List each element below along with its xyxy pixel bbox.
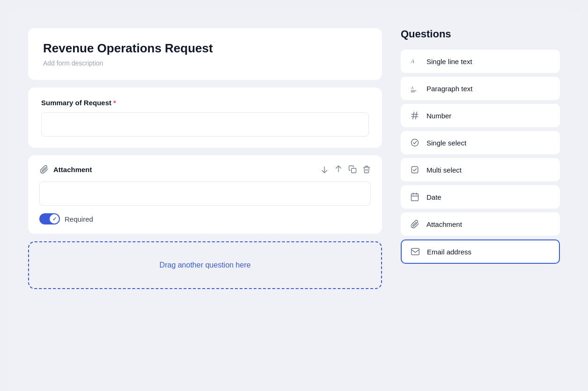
duplicate-button[interactable]	[348, 165, 357, 174]
question-item-paragraph-text[interactable]: A Paragraph text	[401, 77, 560, 100]
paperclip-icon	[39, 165, 49, 174]
date-icon	[410, 192, 420, 202]
single-line-icon: A	[410, 57, 420, 66]
svg-rect-8	[412, 248, 419, 254]
toggle-knob: ✓	[50, 214, 59, 224]
svg-text:A: A	[411, 58, 415, 65]
svg-rect-6	[412, 167, 418, 173]
multi-select-icon	[410, 165, 420, 174]
question-item-date[interactable]: Date	[401, 185, 560, 209]
svg-rect-0	[352, 168, 356, 173]
question-label-number: Number	[426, 112, 451, 120]
move-up-button[interactable]	[334, 165, 343, 174]
questions-title: Questions	[401, 28, 560, 40]
attachment-input[interactable]	[39, 181, 371, 206]
question-label-date: Date	[426, 193, 441, 201]
required-star: *	[113, 99, 116, 107]
delete-button[interactable]	[362, 165, 371, 174]
question-label-paragraph: Paragraph text	[426, 85, 472, 93]
question-label-email: Email address	[427, 248, 471, 256]
svg-rect-7	[412, 194, 419, 201]
drag-zone-text: Drag another question here	[160, 261, 251, 269]
required-label: Required	[65, 215, 93, 223]
form-header-card: Revenue Operations Request Add form desc…	[28, 28, 382, 80]
svg-point-5	[412, 139, 419, 146]
drag-zone[interactable]: Drag another question here	[28, 241, 382, 289]
question-item-email-address[interactable]: Email address	[401, 239, 560, 264]
attachment-label: Attachment	[39, 165, 92, 174]
summary-text-input[interactable]	[41, 112, 369, 137]
question-item-number[interactable]: Number	[401, 104, 560, 127]
attachment-actions	[320, 165, 371, 174]
right-panel: Questions A Single line text A Paragraph…	[401, 28, 560, 382]
required-toggle[interactable]: ✓	[39, 213, 60, 224]
question-label-single-select: Single select	[426, 139, 466, 147]
question-label-single-line: Single line text	[426, 58, 472, 65]
svg-text:A: A	[411, 86, 414, 90]
form-description-placeholder: Add form description	[43, 59, 367, 67]
single-select-icon	[410, 138, 420, 147]
number-icon	[410, 111, 420, 120]
question-label-multi-select: Multi select	[426, 166, 462, 174]
email-icon	[410, 247, 420, 256]
summary-field-card: Summary of Request *	[28, 87, 382, 148]
summary-field-label: Summary of Request *	[41, 99, 369, 107]
move-down-button[interactable]	[320, 165, 329, 174]
form-title: Revenue Operations Request	[43, 41, 367, 56]
app-container: Revenue Operations Request Add form desc…	[9, 9, 579, 391]
question-item-single-select[interactable]: Single select	[401, 131, 560, 154]
attachment-card: Attachment	[28, 155, 382, 234]
question-label-attachment: Attachment	[426, 220, 462, 228]
left-panel: Revenue Operations Request Add form desc…	[28, 28, 401, 382]
required-toggle-row: ✓ Required	[39, 213, 371, 224]
attachment-header: Attachment	[39, 165, 371, 174]
paragraph-icon: A	[410, 84, 420, 93]
attachment-icon	[410, 219, 420, 229]
question-item-multi-select[interactable]: Multi select	[401, 158, 560, 181]
question-item-single-line-text[interactable]: A Single line text	[401, 50, 560, 73]
question-item-attachment[interactable]: Attachment	[401, 212, 560, 236]
